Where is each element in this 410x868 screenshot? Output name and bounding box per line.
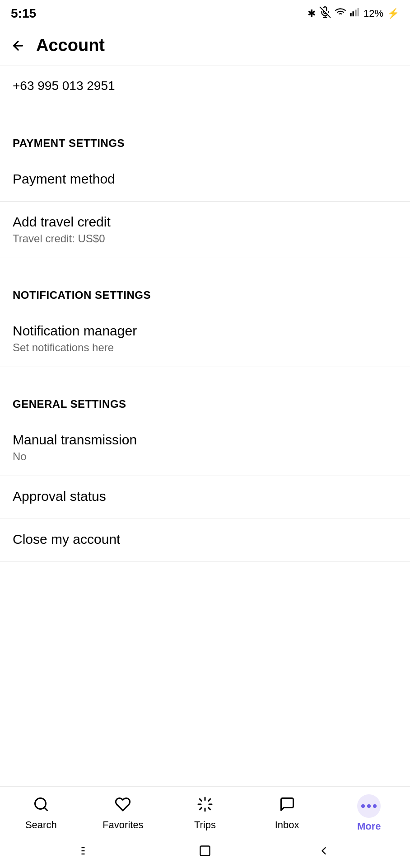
android-nav-bar xyxy=(0,836,410,868)
dot-1 xyxy=(361,804,365,808)
more-label: More xyxy=(357,821,381,832)
section-gap-general xyxy=(0,367,410,385)
bluetooth-icon: ✱ xyxy=(308,8,316,19)
travel-credit-item[interactable]: Add travel credit Travel credit: US$0 xyxy=(0,202,410,258)
approval-status-item[interactable]: Approval status xyxy=(0,476,410,519)
approval-status-title: Approval status xyxy=(13,489,397,504)
nav-favorites[interactable]: Favorites xyxy=(82,796,164,831)
svg-rect-4 xyxy=(350,13,352,16)
favorites-label: Favorites xyxy=(102,819,143,831)
heart-icon xyxy=(115,796,131,816)
nav-items-container: Search Favorites xyxy=(0,787,410,836)
status-bar: 5:15 ✱ xyxy=(0,0,410,25)
nav-inbox[interactable]: Inbox xyxy=(246,796,328,831)
svg-rect-18 xyxy=(200,846,210,856)
back-button[interactable] xyxy=(11,38,25,53)
svg-rect-5 xyxy=(352,11,354,16)
bottom-nav: Search Favorites xyxy=(0,786,410,868)
trips-label: Trips xyxy=(194,819,216,831)
inbox-icon xyxy=(279,796,295,816)
battery-indicator: 12% xyxy=(363,8,383,19)
signal-icon xyxy=(350,7,360,20)
phone-number-row[interactable]: +63 995 013 2951 xyxy=(0,66,410,106)
general-section-header: GENERAL SETTINGS xyxy=(0,385,410,420)
nav-more[interactable]: More xyxy=(328,794,410,832)
notification-section-title: NOTIFICATION SETTINGS xyxy=(13,289,151,301)
notification-manager-title: Notification manager xyxy=(13,323,397,339)
status-time: 5:15 xyxy=(11,6,36,21)
more-dots-container xyxy=(357,794,381,818)
dot-2 xyxy=(367,804,371,808)
notification-manager-item[interactable]: Notification manager Set notifications h… xyxy=(0,311,410,367)
android-home-button[interactable] xyxy=(199,844,211,860)
notification-section-header: NOTIFICATION SETTINGS xyxy=(0,276,410,311)
payment-method-title: Payment method xyxy=(13,171,397,187)
svg-rect-6 xyxy=(355,10,357,17)
nav-search[interactable]: Search xyxy=(0,796,82,831)
trips-icon xyxy=(197,796,213,816)
manual-transmission-subtitle: No xyxy=(13,450,397,463)
manual-transmission-item[interactable]: Manual transmission No xyxy=(0,420,410,476)
svg-rect-7 xyxy=(357,8,359,16)
android-menu-button[interactable] xyxy=(80,844,93,860)
more-icon xyxy=(357,794,381,818)
phone-number: +63 995 013 2951 xyxy=(13,79,115,93)
page-title: Account xyxy=(36,36,105,55)
page-header: Account xyxy=(0,25,410,66)
general-section-title: GENERAL SETTINGS xyxy=(13,398,126,410)
dot-3 xyxy=(373,804,377,808)
status-icons: ✱ 12% xyxy=(308,6,399,21)
inbox-label: Inbox xyxy=(275,819,299,831)
android-back-button[interactable] xyxy=(317,844,330,860)
travel-credit-title: Add travel credit xyxy=(13,214,397,230)
close-account-title: Close my account xyxy=(13,532,397,547)
content-area: +63 995 013 2951 PAYMENT SETTINGS Paymen… xyxy=(0,66,410,643)
section-gap-notification xyxy=(0,258,410,276)
svg-line-10 xyxy=(44,807,47,810)
nav-trips[interactable]: Trips xyxy=(164,796,246,831)
close-account-item[interactable]: Close my account xyxy=(0,519,410,562)
payment-section-header: PAYMENT SETTINGS xyxy=(0,124,410,159)
manual-transmission-title: Manual transmission xyxy=(13,432,397,448)
search-icon xyxy=(33,796,49,816)
travel-credit-subtitle: Travel credit: US$0 xyxy=(13,232,397,245)
notification-manager-subtitle: Set notifications here xyxy=(13,341,397,354)
payment-method-item[interactable]: Payment method xyxy=(0,159,410,202)
payment-section-title: PAYMENT SETTINGS xyxy=(13,137,125,149)
wifi-icon xyxy=(335,6,346,21)
section-gap-payment xyxy=(0,106,410,124)
mute-icon xyxy=(319,6,331,21)
search-label: Search xyxy=(25,819,57,831)
charging-icon: ⚡ xyxy=(387,8,399,19)
